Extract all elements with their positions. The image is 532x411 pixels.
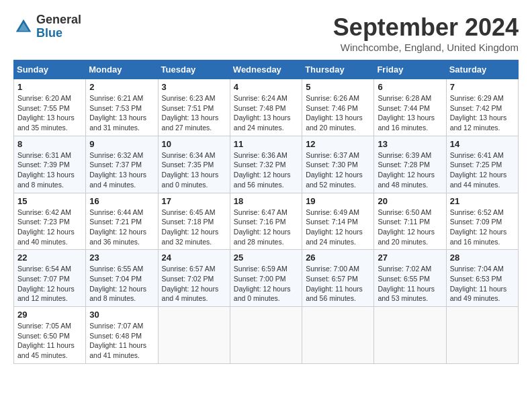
- day-number: 27: [378, 253, 442, 263]
- calendar-cell: 9 Sunrise: 6:32 AM Sunset: 7:37 PM Dayli…: [86, 136, 158, 193]
- calendar-week-3: 15 Sunrise: 6:42 AM Sunset: 7:23 PM Dayl…: [14, 193, 519, 250]
- day-number: 4: [234, 82, 298, 92]
- day-info: Sunrise: 7:00 AM Sunset: 6:57 PM Dayligh…: [306, 264, 370, 304]
- calendar-cell: 29 Sunrise: 7:05 AM Sunset: 6:50 PM Dayl…: [14, 307, 86, 364]
- calendar-cell: [302, 307, 374, 364]
- day-info: Sunrise: 6:23 AM Sunset: 7:51 PM Dayligh…: [162, 93, 226, 133]
- column-header-wednesday: Wednesday: [230, 60, 302, 79]
- calendar-cell: 10 Sunrise: 6:34 AM Sunset: 7:35 PM Dayl…: [158, 136, 230, 193]
- column-header-tuesday: Tuesday: [158, 60, 230, 79]
- day-info: Sunrise: 6:24 AM Sunset: 7:48 PM Dayligh…: [234, 93, 298, 133]
- day-info: Sunrise: 6:49 AM Sunset: 7:14 PM Dayligh…: [306, 208, 370, 247]
- day-number: 29: [17, 310, 82, 320]
- day-info: Sunrise: 6:37 AM Sunset: 7:30 PM Dayligh…: [306, 150, 370, 190]
- day-info: Sunrise: 6:52 AM Sunset: 7:09 PM Dayligh…: [450, 208, 515, 247]
- calendar-cell: [158, 307, 230, 364]
- day-info: Sunrise: 6:36 AM Sunset: 7:32 PM Dayligh…: [234, 150, 298, 190]
- calendar-cell: [374, 307, 446, 364]
- day-info: Sunrise: 6:50 AM Sunset: 7:11 PM Dayligh…: [378, 208, 442, 247]
- calendar-cell: 13 Sunrise: 6:39 AM Sunset: 7:28 PM Dayl…: [374, 136, 446, 193]
- day-number: 11: [234, 139, 298, 149]
- title-section: September 2024 Winchcombe, England, Unit…: [333, 13, 519, 53]
- calendar-cell: 16 Sunrise: 6:44 AM Sunset: 7:21 PM Dayl…: [86, 193, 158, 250]
- calendar-cell: 20 Sunrise: 6:50 AM Sunset: 7:11 PM Dayl…: [374, 193, 446, 250]
- day-number: 23: [89, 253, 154, 263]
- day-info: Sunrise: 6:21 AM Sunset: 7:53 PM Dayligh…: [89, 93, 154, 133]
- day-number: 13: [378, 139, 442, 149]
- location-subtitle: Winchcombe, England, United Kingdom: [333, 42, 519, 53]
- day-number: 15: [17, 196, 82, 206]
- calendar-cell: 6 Sunrise: 6:28 AM Sunset: 7:44 PM Dayli…: [374, 79, 446, 136]
- day-number: 16: [89, 196, 154, 206]
- calendar-cell: 7 Sunrise: 6:29 AM Sunset: 7:42 PM Dayli…: [446, 79, 518, 136]
- day-info: Sunrise: 6:57 AM Sunset: 7:02 PM Dayligh…: [162, 264, 226, 304]
- calendar-cell: 5 Sunrise: 6:26 AM Sunset: 7:46 PM Dayli…: [302, 79, 374, 136]
- day-number: 7: [450, 82, 515, 92]
- column-header-friday: Friday: [374, 60, 446, 79]
- day-info: Sunrise: 6:55 AM Sunset: 7:04 PM Dayligh…: [89, 264, 154, 304]
- day-number: 30: [89, 310, 154, 320]
- calendar-cell: 30 Sunrise: 7:07 AM Sunset: 6:48 PM Dayl…: [86, 307, 158, 364]
- calendar-header-row: SundayMondayTuesdayWednesdayThursdayFrid…: [14, 60, 519, 79]
- day-number: 17: [162, 196, 226, 206]
- day-number: 20: [378, 196, 442, 206]
- day-number: 26: [306, 253, 370, 263]
- day-number: 19: [306, 196, 370, 206]
- day-number: 24: [162, 253, 226, 263]
- column-header-sunday: Sunday: [14, 60, 86, 79]
- day-info: Sunrise: 6:31 AM Sunset: 7:39 PM Dayligh…: [17, 150, 82, 190]
- day-info: Sunrise: 6:59 AM Sunset: 7:00 PM Dayligh…: [234, 264, 298, 304]
- calendar-cell: 28 Sunrise: 7:04 AM Sunset: 6:53 PM Dayl…: [446, 250, 518, 307]
- calendar-cell: 3 Sunrise: 6:23 AM Sunset: 7:51 PM Dayli…: [158, 79, 230, 136]
- day-number: 28: [450, 253, 515, 263]
- day-number: 12: [306, 139, 370, 149]
- day-number: 6: [378, 82, 442, 92]
- day-info: Sunrise: 6:54 AM Sunset: 7:07 PM Dayligh…: [17, 264, 82, 304]
- day-number: 21: [450, 196, 515, 206]
- logo: General Blue: [13, 13, 81, 40]
- page-header: General Blue September 2024 Winchcombe, …: [13, 13, 519, 53]
- calendar-cell: 15 Sunrise: 6:42 AM Sunset: 7:23 PM Dayl…: [14, 193, 86, 250]
- calendar-cell: 26 Sunrise: 7:00 AM Sunset: 6:57 PM Dayl…: [302, 250, 374, 307]
- day-number: 5: [306, 82, 370, 92]
- calendar-cell: [446, 307, 518, 364]
- day-info: Sunrise: 6:34 AM Sunset: 7:35 PM Dayligh…: [162, 150, 226, 190]
- calendar-cell: 27 Sunrise: 7:02 AM Sunset: 6:55 PM Dayl…: [374, 250, 446, 307]
- day-info: Sunrise: 6:47 AM Sunset: 7:16 PM Dayligh…: [234, 208, 298, 247]
- calendar-week-2: 8 Sunrise: 6:31 AM Sunset: 7:39 PM Dayli…: [14, 136, 519, 193]
- day-number: 9: [89, 139, 154, 149]
- day-number: 10: [162, 139, 226, 149]
- column-header-thursday: Thursday: [302, 60, 374, 79]
- calendar-cell: 1 Sunrise: 6:20 AM Sunset: 7:55 PM Dayli…: [14, 79, 86, 136]
- calendar-cell: 21 Sunrise: 6:52 AM Sunset: 7:09 PM Dayl…: [446, 193, 518, 250]
- calendar-cell: 19 Sunrise: 6:49 AM Sunset: 7:14 PM Dayl…: [302, 193, 374, 250]
- calendar-cell: 22 Sunrise: 6:54 AM Sunset: 7:07 PM Dayl…: [14, 250, 86, 307]
- day-number: 25: [234, 253, 298, 263]
- calendar-cell: 24 Sunrise: 6:57 AM Sunset: 7:02 PM Dayl…: [158, 250, 230, 307]
- day-number: 3: [162, 82, 226, 92]
- day-info: Sunrise: 6:44 AM Sunset: 7:21 PM Dayligh…: [89, 208, 154, 247]
- calendar-cell: [230, 307, 302, 364]
- calendar-cell: 4 Sunrise: 6:24 AM Sunset: 7:48 PM Dayli…: [230, 79, 302, 136]
- day-info: Sunrise: 6:28 AM Sunset: 7:44 PM Dayligh…: [378, 93, 442, 133]
- logo-general: General: [36, 13, 81, 27]
- day-info: Sunrise: 6:32 AM Sunset: 7:37 PM Dayligh…: [89, 150, 154, 190]
- calendar-cell: 17 Sunrise: 6:45 AM Sunset: 7:18 PM Dayl…: [158, 193, 230, 250]
- logo-blue: Blue: [36, 27, 81, 40]
- calendar-cell: 25 Sunrise: 6:59 AM Sunset: 7:00 PM Dayl…: [230, 250, 302, 307]
- day-info: Sunrise: 6:26 AM Sunset: 7:46 PM Dayligh…: [306, 93, 370, 133]
- calendar-table: SundayMondayTuesdayWednesdayThursdayFrid…: [13, 60, 519, 364]
- calendar-week-1: 1 Sunrise: 6:20 AM Sunset: 7:55 PM Dayli…: [14, 79, 519, 136]
- day-info: Sunrise: 6:45 AM Sunset: 7:18 PM Dayligh…: [162, 208, 226, 247]
- month-title: September 2024: [333, 13, 519, 42]
- day-info: Sunrise: 6:29 AM Sunset: 7:42 PM Dayligh…: [450, 93, 515, 133]
- calendar-cell: 8 Sunrise: 6:31 AM Sunset: 7:39 PM Dayli…: [14, 136, 86, 193]
- calendar-cell: 12 Sunrise: 6:37 AM Sunset: 7:30 PM Dayl…: [302, 136, 374, 193]
- column-header-saturday: Saturday: [446, 60, 518, 79]
- calendar-cell: 2 Sunrise: 6:21 AM Sunset: 7:53 PM Dayli…: [86, 79, 158, 136]
- calendar-cell: 23 Sunrise: 6:55 AM Sunset: 7:04 PM Dayl…: [86, 250, 158, 307]
- calendar-week-5: 29 Sunrise: 7:05 AM Sunset: 6:50 PM Dayl…: [14, 307, 519, 364]
- day-info: Sunrise: 6:41 AM Sunset: 7:25 PM Dayligh…: [450, 150, 515, 190]
- day-info: Sunrise: 7:02 AM Sunset: 6:55 PM Dayligh…: [378, 264, 442, 304]
- calendar-cell: 14 Sunrise: 6:41 AM Sunset: 7:25 PM Dayl…: [446, 136, 518, 193]
